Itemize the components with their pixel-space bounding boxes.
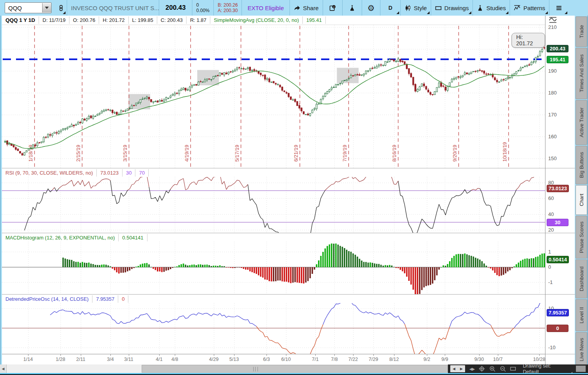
chart-area[interactable]: QQQ 1 Y 1DD: 11/7/19O: 200.76H: 201.72L:…: [2, 16, 545, 364]
sidebar-tab-label: Times And Sales: [579, 54, 584, 92]
header-segment: 30: [123, 169, 135, 177]
time-tick-label: 3/4: [102, 357, 119, 362]
header-segment: RSI (9, 70, 30, CLOSE, WILDERS, no): [2, 169, 97, 177]
chart-menu-button[interactable]: [549, 0, 568, 16]
time-tick-label: 1/14: [20, 357, 37, 362]
axis-value-badge: 30: [547, 219, 568, 226]
sidebar-tab-chart[interactable]: Chart: [576, 185, 587, 215]
chart-controls: ◀ ▶ ◀▶ Drawing set: Default: [448, 364, 588, 373]
time-tick-mark: [427, 354, 427, 356]
time-tick-mark: [60, 354, 61, 356]
macd-plot[interactable]: [2, 242, 545, 294]
drawings-label: Drawings: [444, 5, 469, 11]
pan-mode-icon[interactable]: ◀▶: [469, 367, 474, 371]
zoom-out-icon[interactable]: [500, 366, 506, 372]
svg-text:4/19/19: 4/19/19: [184, 145, 190, 162]
svg-text:9/20/19: 9/20/19: [452, 145, 458, 162]
axis-tick-label: 160: [548, 134, 557, 139]
link-charts-button[interactable]: [55, 0, 67, 16]
sidebar-tab-trade[interactable]: Trade: [576, 16, 587, 47]
timeframe-button[interactable]: D: [380, 0, 400, 16]
svg-text:8/16/19: 8/16/19: [391, 145, 397, 162]
axis-value-badge: 7.95357: [547, 309, 569, 316]
time-tick-mark: [81, 354, 81, 356]
axis-tick-label: -10: [548, 345, 556, 350]
sidebar-tab-big-buttons[interactable]: Big Buttons: [576, 146, 587, 184]
symbol-dropdown-button[interactable]: [42, 3, 51, 12]
ask-value: A: 200.30: [218, 8, 238, 13]
time-tick-mark: [539, 354, 540, 356]
crosshair-icon[interactable]: [479, 366, 485, 372]
header-segment: DetrendedPriceOsc (14, 14, CLOSE): [2, 295, 92, 303]
quick-study-button[interactable]: [343, 0, 362, 16]
header-segment: O: 200.76: [69, 16, 99, 24]
sidebar-tab-active-trader[interactable]: Active Trader: [576, 100, 587, 145]
sidebar-tab-dashboard[interactable]: Dashboard: [576, 259, 587, 298]
symbol-input[interactable]: QQQ: [5, 2, 52, 13]
studies-button[interactable]: Studies: [473, 0, 510, 16]
change-percent: 0.00%: [196, 8, 210, 13]
axis-tick-label: 170: [548, 112, 557, 118]
scroll-left-button[interactable]: ◀: [0, 364, 7, 373]
time-tick-label: 10/7: [489, 357, 506, 362]
studies-label: Studies: [486, 5, 506, 11]
patterns-button[interactable]: Patterns: [510, 0, 549, 16]
flask-icon: [477, 5, 483, 11]
change-value: 0: [196, 3, 199, 8]
sidebar-tab-live-news[interactable]: Live News: [576, 332, 587, 367]
axis-value-badge: 200.43: [547, 45, 568, 52]
axis-tick-label: 40: [548, 211, 554, 217]
bottom-bar: ◀ ◀ ▶ ◀▶ Drawing set: Default: [0, 364, 588, 373]
pattern-zigzag-icon: [514, 5, 520, 11]
time-tick-mark: [445, 354, 445, 356]
sidebar-tab-times-and-sales[interactable]: Times And Sales: [576, 48, 587, 99]
time-tick-label: 7/29: [365, 357, 382, 362]
price-chart-plot[interactable]: 1/18/192/15/193/15/194/19/195/17/196/21/…: [2, 25, 545, 168]
time-tick-label: 4/29: [205, 357, 222, 362]
svg-text:10/18/19: 10/18/19: [502, 142, 508, 162]
chart-settings-button[interactable]: ⚙: [362, 0, 380, 16]
link-icon: [58, 5, 64, 11]
rectangle-icon: [435, 5, 442, 11]
scrollbar-thumb[interactable]: [142, 365, 448, 373]
rsi-plot[interactable]: [2, 177, 545, 233]
time-tick-mark: [353, 354, 354, 356]
net-change: 0 0.00%: [192, 0, 213, 16]
header-segment: 195.41: [303, 16, 326, 24]
share-label: Share: [303, 5, 319, 11]
time-tick-label: 7/8: [326, 357, 343, 362]
sidebar-tab-phase-scores[interactable]: Phase Scores: [576, 216, 587, 259]
step-left-button[interactable]: ◀: [453, 367, 455, 371]
header-segment: D: 11/7/19: [39, 16, 69, 24]
time-tick-mark: [373, 354, 374, 356]
axis-tick-label: 210: [548, 24, 557, 30]
svg-text:6/21/19: 6/21/19: [293, 145, 299, 162]
chart-describer-button[interactable]: i: [323, 0, 342, 16]
bar-step-buttons: ◀ ▶: [450, 365, 465, 372]
axis-tick-label: 1: [548, 249, 551, 255]
svg-text:7/19/19: 7/19/19: [342, 145, 348, 162]
step-right-button[interactable]: ▶: [460, 367, 463, 371]
header-segment: C: 200.43: [157, 16, 187, 24]
header-segment: L: 199.85: [129, 16, 157, 24]
time-tick-label: 4/8: [166, 357, 183, 362]
marquee-zoom-icon[interactable]: [510, 366, 516, 372]
dpo-plot[interactable]: [2, 303, 545, 354]
header-segment: MACDHistogram (12, 26, 9, EXPONENTIAL, n…: [2, 234, 119, 241]
axis-settings-icon[interactable]: [549, 16, 557, 23]
share-button[interactable]: Share: [290, 0, 323, 16]
axis-separator: [545, 168, 575, 168]
hamburger-menu-icon: [556, 5, 562, 11]
price-axis[interactable]: 210190180170160150200.43195.418060402073…: [545, 16, 575, 364]
time-axis[interactable]: 1/141/282/113/43/114/14/84/295/136/36/10…: [2, 354, 545, 364]
drawings-button[interactable]: Drawings: [431, 0, 473, 16]
axis-tick-label: 20: [548, 227, 554, 233]
last-price: 200.43: [159, 0, 192, 16]
instrument-description: INVESCO QQQ TRUST UNIT S...: [67, 0, 159, 16]
sidebar-tab-label: Live News: [579, 338, 584, 361]
rsi-header: RSI (9, 70, 30, CLOSE, WILDERS, no)73.01…: [2, 168, 545, 177]
sidebar-tab-level-ii[interactable]: Level II: [576, 299, 587, 331]
svg-text:5/17/19: 5/17/19: [234, 145, 240, 162]
zoom-in-icon[interactable]: [489, 366, 496, 372]
style-button[interactable]: Style: [401, 0, 431, 16]
